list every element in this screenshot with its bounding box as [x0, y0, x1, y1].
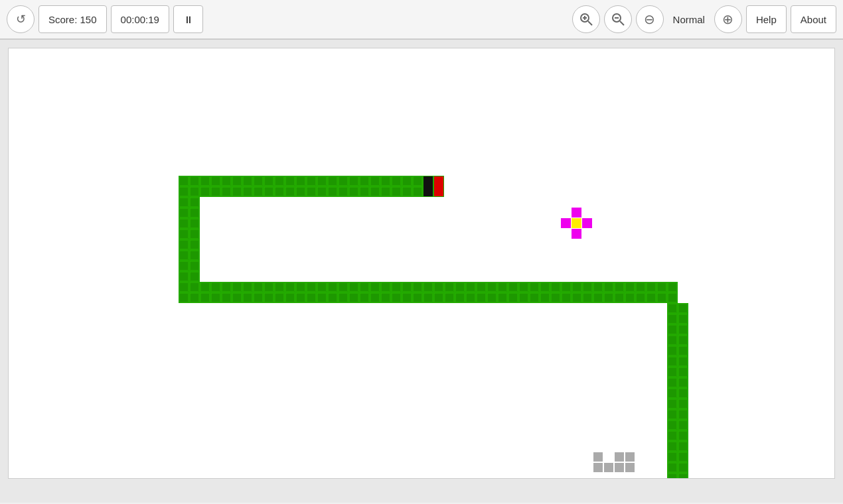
toolbar: ↺ Score: 150 00:00:19 ⏸ ⊖ No: [0, 0, 843, 40]
svg-line-5: [620, 21, 624, 25]
about-label: About: [801, 14, 826, 25]
svg-line-1: [588, 21, 592, 25]
zoom-in-icon: [579, 13, 593, 26]
game-canvas: [9, 48, 835, 479]
score-display: Score: 150: [38, 5, 107, 33]
game-area-wrapper: [0, 40, 843, 503]
pause-icon: ⏸: [183, 14, 193, 25]
timer-display: 00:00:19: [111, 5, 169, 33]
reset-icon: ↺: [16, 12, 26, 27]
zoom-plus-icon: ⊕: [722, 13, 733, 26]
zoom-plus-button[interactable]: ⊕: [714, 5, 742, 33]
zoom-controls: ⊖ Normal ⊕ Help About: [572, 5, 836, 33]
score-label: Score: 150: [48, 14, 97, 25]
zoom-out-button[interactable]: [604, 5, 632, 33]
zoom-out-icon: [611, 13, 625, 26]
zoom-minus-icon: ⊖: [644, 13, 655, 26]
timer-label: 00:00:19: [121, 14, 159, 25]
zoom-in-button[interactable]: [572, 5, 600, 33]
help-label: Help: [756, 14, 777, 25]
pause-button[interactable]: ⏸: [173, 5, 203, 33]
reset-button[interactable]: ↺: [7, 5, 35, 33]
zoom-minus-button[interactable]: ⊖: [636, 5, 664, 33]
about-button[interactable]: About: [791, 5, 836, 33]
zoom-level-label: Normal: [668, 14, 710, 25]
help-button[interactable]: Help: [746, 5, 787, 33]
game-area[interactable]: [8, 48, 835, 479]
